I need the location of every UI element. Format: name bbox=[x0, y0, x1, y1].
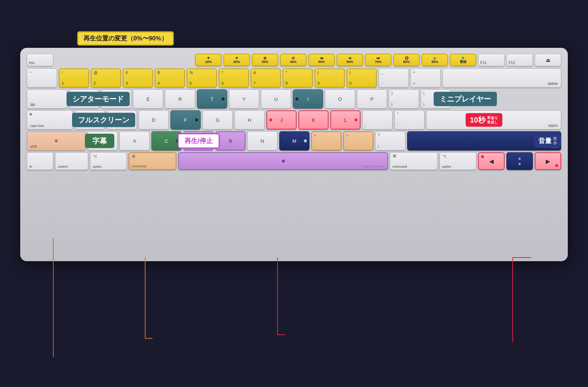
asdf-row: caps lock A S D F G H J bbox=[27, 110, 561, 129]
key-1[interactable]: !1 bbox=[59, 68, 89, 88]
key-eject[interactable]: ⏏ bbox=[535, 54, 561, 66]
key-semicolon[interactable]: :; bbox=[362, 110, 392, 129]
dot-i bbox=[295, 97, 298, 100]
key-esc[interactable]: esc bbox=[27, 54, 53, 66]
keyboard-chassis: 再生位置の変更（0%〜90%） esc ☀ 10% ☀ 20% ⊞30% bbox=[20, 48, 568, 261]
key-fn[interactable]: fn bbox=[27, 152, 53, 170]
key-option-left[interactable]: ⌥ option bbox=[90, 152, 127, 170]
key-7[interactable]: &7 bbox=[251, 68, 281, 88]
key-w[interactable]: W bbox=[101, 89, 131, 109]
dot-l bbox=[355, 118, 358, 121]
key-d[interactable]: D bbox=[139, 110, 169, 129]
key-y[interactable]: Y bbox=[229, 89, 259, 109]
key-tilde[interactable]: ~` bbox=[27, 68, 57, 88]
key-return[interactable]: return bbox=[426, 110, 561, 129]
qwerty-row: tab Q W E R T Y U I bbox=[27, 89, 561, 109]
key-f1-10pct[interactable]: ☀ 10% bbox=[195, 54, 222, 66]
zxcv-row: shift Z X C V B N M bbox=[27, 131, 561, 150]
key-slash[interactable]: ?/ bbox=[375, 131, 405, 150]
key-command-right[interactable]: ⌘ command bbox=[390, 152, 438, 170]
key-x[interactable]: X bbox=[119, 131, 150, 150]
dot-f bbox=[195, 118, 198, 121]
key-f11[interactable]: F11 bbox=[478, 54, 505, 66]
key-arrow-right[interactable]: ▶ bbox=[535, 152, 561, 170]
dot-arrow-right bbox=[555, 164, 558, 167]
dot-m bbox=[304, 139, 307, 142]
key-f2-20pct[interactable]: ☀ 20% bbox=[223, 54, 250, 66]
key-s[interactable]: S bbox=[107, 110, 137, 129]
key-comma[interactable]: <, bbox=[311, 131, 341, 150]
key-command-left[interactable]: ⌘ command bbox=[129, 152, 176, 170]
page-wrapper: Made by ゴリミー： https://gori.me 再生位置の変更（0%… bbox=[0, 0, 588, 387]
key-f5-50pct[interactable]: ⏮50% bbox=[308, 54, 335, 66]
key-9[interactable]: (9 bbox=[315, 68, 345, 88]
key-f6-60pct[interactable]: ⏯60% bbox=[337, 54, 363, 66]
key-f10-top[interactable]: 🔊冒頭 bbox=[450, 54, 476, 66]
key-equals[interactable]: += bbox=[410, 68, 441, 88]
key-capslock[interactable]: caps lock bbox=[27, 110, 73, 129]
key-f8-80pct[interactable]: 🔇80% bbox=[393, 54, 420, 66]
key-k[interactable]: K bbox=[298, 110, 329, 129]
dot-j bbox=[269, 118, 272, 121]
dot-arrow-left bbox=[481, 155, 484, 158]
key-rbracket[interactable]: |\ bbox=[421, 89, 451, 109]
key-lbracket[interactable]: }] bbox=[389, 89, 419, 109]
key-tab[interactable]: tab bbox=[27, 89, 67, 109]
annotation-playback-position: 再生位置の変更（0%〜90%） bbox=[77, 31, 174, 46]
key-m[interactable]: M bbox=[279, 131, 309, 150]
key-arrows-updown[interactable]: ▲ ▼ bbox=[506, 152, 533, 170]
key-shift-left[interactable]: shift bbox=[27, 131, 86, 150]
key-h[interactable]: H bbox=[234, 110, 265, 129]
key-f3-30pct[interactable]: ⊞30% bbox=[252, 54, 278, 66]
key-r[interactable]: R bbox=[165, 89, 195, 109]
key-0[interactable]: )0 bbox=[347, 68, 377, 88]
key-arrow-left[interactable]: ◀ bbox=[478, 152, 505, 170]
number-row: ~` !1 @2 #3 $4 %5 ^6 &7 *8 (9 )0 _- += d… bbox=[27, 68, 561, 88]
key-l[interactable]: L bbox=[330, 110, 361, 129]
key-j[interactable]: J bbox=[266, 110, 297, 129]
key-2[interactable]: @2 bbox=[91, 68, 121, 88]
key-z[interactable]: Z bbox=[87, 131, 118, 150]
key-g[interactable]: G bbox=[202, 110, 233, 129]
key-quote[interactable]: "' bbox=[394, 110, 424, 129]
key-shift-right[interactable]: shift bbox=[407, 131, 561, 150]
key-o[interactable]: O bbox=[325, 89, 355, 109]
key-control[interactable]: control bbox=[55, 152, 88, 170]
key-minus[interactable]: _- bbox=[379, 68, 409, 88]
key-t[interactable]: T bbox=[197, 89, 227, 109]
key-4[interactable]: $4 bbox=[155, 68, 185, 88]
key-delete[interactable]: delete bbox=[442, 68, 561, 88]
key-q[interactable]: Q bbox=[69, 89, 99, 109]
function-row: esc ☀ 10% ☀ 20% ⊞30% ⊟40% bbox=[27, 54, 561, 66]
key-f7-70pct[interactable]: ⏭70% bbox=[365, 54, 391, 66]
key-c[interactable]: C bbox=[151, 131, 182, 150]
key-6[interactable]: ^6 bbox=[219, 68, 249, 88]
modifier-row: fn control ⌥ option ⌘ command made by go… bbox=[27, 152, 561, 170]
key-3[interactable]: #3 bbox=[123, 68, 153, 88]
dot-c bbox=[176, 139, 179, 142]
key-f[interactable]: F bbox=[171, 110, 201, 129]
dot-space bbox=[282, 160, 285, 163]
key-f9-90pct[interactable]: 🔉90% bbox=[422, 54, 448, 66]
key-u[interactable]: U bbox=[261, 89, 291, 109]
key-a[interactable]: A bbox=[75, 110, 105, 129]
key-spacebar[interactable]: made by gori.me bbox=[178, 152, 388, 170]
key-option-right[interactable]: ⌥ option bbox=[440, 152, 476, 170]
key-i[interactable]: I bbox=[293, 89, 323, 109]
key-f12[interactable]: F12 bbox=[506, 54, 533, 66]
key-p[interactable]: P bbox=[357, 89, 387, 109]
dot-shift bbox=[55, 139, 58, 142]
key-e[interactable]: E bbox=[133, 89, 163, 109]
dot-t bbox=[222, 97, 225, 100]
key-v[interactable]: V bbox=[183, 131, 214, 150]
key-period[interactable]: >. bbox=[343, 131, 373, 150]
key-b[interactable]: B bbox=[215, 131, 245, 150]
key-f4-40pct[interactable]: ⊟40% bbox=[280, 54, 306, 66]
key-5[interactable]: %5 bbox=[187, 68, 217, 88]
key-8[interactable]: *8 bbox=[283, 68, 313, 88]
key-n[interactable]: N bbox=[247, 131, 277, 150]
